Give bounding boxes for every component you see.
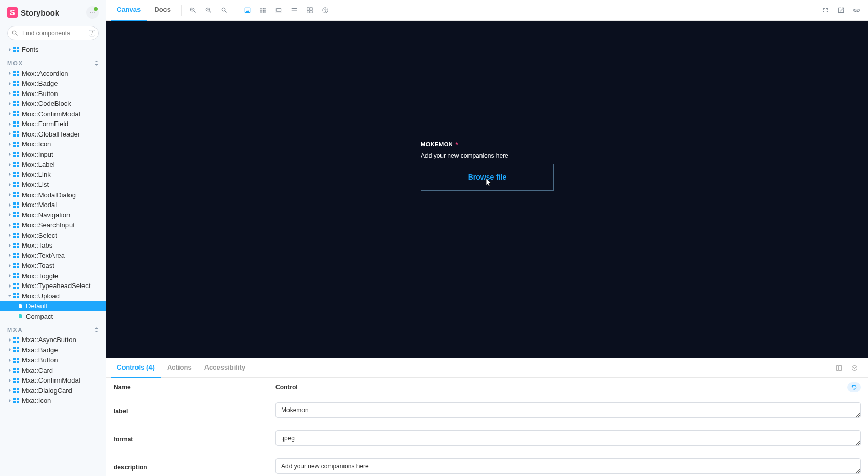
svg-rect-15 bbox=[17, 94, 19, 96]
svg-rect-42 bbox=[13, 165, 16, 167]
sidebar-item[interactable]: Mox::ModalDialog bbox=[0, 190, 106, 200]
zoom-in-button[interactable] bbox=[186, 3, 200, 18]
control-input[interactable]: Mokemon bbox=[275, 402, 861, 418]
svg-rect-55 bbox=[17, 195, 19, 197]
sidebar-item[interactable]: Mxa::Button bbox=[0, 355, 106, 365]
sidebar-item[interactable]: Mox::Button bbox=[0, 89, 106, 99]
sidebar-item[interactable]: Mxa::AsyncButton bbox=[0, 335, 106, 345]
sidebar-item[interactable]: Mox::CodeBlock bbox=[0, 99, 106, 109]
sidebar-item[interactable]: Mox::Select bbox=[0, 230, 106, 241]
svg-rect-7 bbox=[17, 74, 19, 76]
sidebar-item[interactable]: Mox::Navigation bbox=[0, 210, 106, 221]
tab-accessibility[interactable]: Accessibility bbox=[198, 358, 252, 378]
sidebar-item[interactable]: Mox::Icon bbox=[0, 139, 106, 149]
sidebar-item[interactable]: Mox::Badge bbox=[0, 78, 106, 89]
svg-rect-70 bbox=[13, 236, 16, 238]
svg-rect-29 bbox=[17, 131, 19, 133]
svg-rect-61 bbox=[17, 212, 19, 214]
svg-rect-24 bbox=[13, 121, 16, 124]
sidebar-item[interactable]: Mox::Tabs bbox=[0, 240, 106, 251]
story-canvas: MOKEMON* Add your new companions here Br… bbox=[106, 21, 868, 358]
sidebar-item[interactable]: Mox::GlobalHeader bbox=[0, 129, 106, 140]
svg-rect-122 bbox=[13, 401, 16, 403]
grid-button[interactable] bbox=[256, 3, 270, 18]
svg-rect-62 bbox=[13, 215, 16, 217]
sidebar-item[interactable]: Mox::ConfirmModal bbox=[0, 109, 106, 119]
sidebar-item[interactable]: Mox::FormField bbox=[0, 119, 106, 129]
group-header[interactable]: MXA bbox=[0, 321, 106, 335]
svg-rect-45 bbox=[17, 172, 19, 174]
sidebar-item-label: Mox::Badge bbox=[22, 79, 58, 87]
svg-rect-113 bbox=[17, 378, 19, 380]
sidebar-item[interactable]: Mox::TextArea bbox=[0, 251, 106, 261]
outline-button[interactable] bbox=[302, 3, 317, 18]
sidebar-item[interactable]: Mox::Label bbox=[0, 159, 106, 170]
svg-rect-6 bbox=[13, 74, 16, 76]
sidebar-item[interactable]: Mxa::Card bbox=[0, 365, 106, 376]
zoom-out-button[interactable] bbox=[201, 3, 216, 18]
copy-link-button[interactable] bbox=[849, 3, 864, 18]
svg-rect-36 bbox=[13, 152, 16, 154]
sidebar-item[interactable]: Fonts bbox=[0, 45, 106, 55]
sidebar-item[interactable]: Mox::Upload bbox=[0, 291, 106, 302]
sidebar-item[interactable]: Mox::TypeaheadSelect bbox=[0, 281, 106, 291]
svg-rect-23 bbox=[17, 114, 19, 116]
control-input[interactable]: Add your new companions here bbox=[275, 458, 861, 474]
sidebar-item[interactable]: Mox::List bbox=[0, 180, 106, 190]
sidebar-item[interactable]: Mox::Link bbox=[0, 170, 106, 180]
svg-rect-115 bbox=[17, 381, 19, 383]
sidebar-tree: FontsMOXMox::AccordionMox::BadgeMox::But… bbox=[0, 45, 106, 476]
sidebar-item-label: Mox::Toggle bbox=[22, 272, 58, 280]
controls-header: Name Control bbox=[106, 378, 868, 397]
background-toggle-button[interactable] bbox=[240, 3, 255, 18]
svg-rect-119 bbox=[17, 391, 19, 393]
svg-rect-85 bbox=[17, 273, 19, 275]
sidebar-item-label: Mox::Link bbox=[22, 171, 51, 179]
panel-close-button[interactable] bbox=[848, 362, 861, 374]
group-header[interactable]: MOX bbox=[0, 55, 106, 69]
sidebar-item[interactable]: Mxa::Badge bbox=[0, 345, 106, 356]
sidebar-item-label: Mox::Input bbox=[22, 151, 53, 158]
sidebar-story[interactable]: Default bbox=[0, 301, 106, 311]
sidebar-item[interactable]: Mox::Modal bbox=[0, 200, 106, 210]
measure-button[interactable] bbox=[287, 3, 301, 18]
sidebar-item-label: Mxa::DialogCard bbox=[22, 387, 72, 395]
sidebar: S Storybook ··· / FontsMOXMox::Accordion… bbox=[0, 0, 106, 476]
panel-orientation-button[interactable] bbox=[833, 362, 845, 374]
open-in-new-tab-button[interactable] bbox=[834, 3, 848, 18]
tab-actions[interactable]: Actions bbox=[161, 358, 198, 378]
control-input[interactable]: .jpeg bbox=[275, 430, 861, 446]
viewport-button[interactable] bbox=[271, 3, 286, 18]
sidebar-item-label: Mox::Upload bbox=[22, 292, 60, 300]
svg-rect-106 bbox=[13, 361, 16, 363]
control-row: descriptionAdd your new companions here bbox=[106, 453, 868, 476]
svg-rect-87 bbox=[17, 276, 19, 278]
fullscreen-button[interactable] bbox=[818, 3, 833, 18]
sidebar-story[interactable]: Compact bbox=[0, 311, 106, 322]
sidebar-item[interactable]: Mxa::DialogCard bbox=[0, 386, 106, 396]
sidebar-item[interactable]: Mox::Toast bbox=[0, 261, 106, 271]
svg-rect-4 bbox=[13, 71, 16, 73]
shortcuts-menu-button[interactable]: ··· bbox=[86, 6, 99, 19]
svg-rect-11 bbox=[17, 84, 19, 86]
zoom-reset-button[interactable] bbox=[217, 3, 231, 18]
svg-rect-0 bbox=[13, 47, 16, 49]
accessibility-button[interactable] bbox=[318, 3, 333, 18]
svg-rect-94 bbox=[13, 296, 16, 298]
sidebar-item[interactable]: Mox::Toggle bbox=[0, 271, 106, 281]
sidebar-item[interactable]: Mxa::ConfirmModal bbox=[0, 375, 106, 386]
sidebar-item[interactable]: Mxa::Icon bbox=[0, 396, 106, 406]
tab-controls[interactable]: Controls (4) bbox=[111, 358, 161, 378]
sidebar-item-label: Mox::SearchInput bbox=[22, 221, 75, 229]
svg-rect-57 bbox=[17, 202, 19, 205]
reset-controls-button[interactable] bbox=[847, 382, 861, 392]
svg-rect-54 bbox=[13, 195, 16, 197]
svg-rect-118 bbox=[13, 391, 16, 393]
sidebar-item[interactable]: Mox::Input bbox=[0, 149, 106, 160]
tab-canvas[interactable]: Canvas bbox=[111, 0, 147, 21]
tab-docs[interactable]: Docs bbox=[148, 0, 177, 21]
sidebar-item[interactable]: Mox::SearchInput bbox=[0, 220, 106, 230]
sidebar-item[interactable]: Mox::Accordion bbox=[0, 69, 106, 79]
search-input[interactable] bbox=[7, 26, 99, 40]
brand[interactable]: S Storybook bbox=[7, 7, 59, 18]
